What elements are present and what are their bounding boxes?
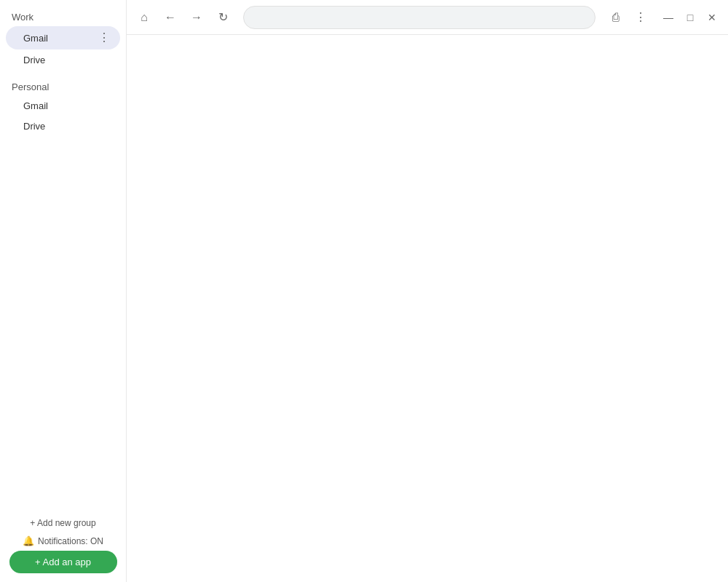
close-icon: ✕	[708, 12, 716, 23]
share-button[interactable]: ⎙	[604, 6, 628, 29]
bell-icon: 🔔	[23, 535, 34, 546]
back-icon: ←	[165, 11, 176, 24]
add-app-button[interactable]: + Add an app	[9, 551, 117, 573]
share-icon: ⎙	[612, 11, 620, 24]
sidebar-group-work: WorkGmail⋮Drive	[0, 4, 126, 70]
sidebar-item-menu-work-gmail[interactable]: ⋮	[95, 31, 113, 45]
close-button[interactable]: ✕	[702, 7, 722, 28]
more-icon: ⋮	[635, 10, 646, 24]
sidebar-item-label-work-gmail: Gmail	[23, 33, 95, 44]
sidebar-group-label-work: Work	[0, 4, 126, 25]
home-icon: ⌂	[141, 11, 148, 24]
address-bar[interactable]	[243, 6, 596, 29]
sidebar-group-personal: PersonalGmailDrive	[0, 74, 126, 136]
minimize-button[interactable]: —	[658, 7, 678, 28]
sidebar-item-label-personal-drive: Drive	[23, 121, 113, 132]
forward-icon: →	[191, 11, 202, 24]
sidebar-groups: WorkGmail⋮DrivePersonalGmailDrive	[0, 0, 126, 137]
window-controls: — □ ✕	[658, 7, 722, 28]
sidebar: WorkGmail⋮DrivePersonalGmailDrive + Add …	[0, 0, 127, 582]
more-button[interactable]: ⋮	[629, 6, 652, 29]
toolbar: ⌂ ← → ↻ ⎙ ⋮ — □ ✕	[127, 0, 728, 35]
add-new-group-button[interactable]: + Add new group	[24, 515, 101, 531]
home-button[interactable]: ⌂	[132, 6, 156, 29]
sidebar-bottom: + Add new group 🔔 Notifications: ON + Ad…	[0, 515, 126, 582]
maximize-icon: □	[687, 12, 693, 23]
sidebar-item-label-personal-gmail: Gmail	[23, 100, 113, 111]
reload-icon: ↻	[218, 10, 228, 24]
reload-button[interactable]: ↻	[211, 6, 234, 29]
toolbar-right: ⎙ ⋮	[604, 6, 652, 29]
minimize-icon: —	[663, 12, 673, 23]
sidebar-item-work-gmail[interactable]: Gmail⋮	[6, 26, 120, 49]
sidebar-item-label-work-drive: Drive	[23, 55, 113, 65]
sidebar-group-label-personal: Personal	[0, 74, 126, 95]
sidebar-item-personal-gmail[interactable]: Gmail	[6, 96, 120, 116]
maximize-button[interactable]: □	[680, 7, 700, 28]
back-button[interactable]: ←	[159, 6, 182, 29]
sidebar-item-personal-drive[interactable]: Drive	[6, 116, 120, 136]
main-content: ⌂ ← → ↻ ⎙ ⋮ — □ ✕	[127, 0, 728, 582]
forward-button[interactable]: →	[185, 6, 208, 29]
sidebar-item-work-drive[interactable]: Drive	[6, 50, 120, 70]
notifications-label: Notifications: ON	[38, 536, 103, 546]
web-content	[127, 35, 728, 582]
notifications-toggle[interactable]: 🔔 Notifications: ON	[23, 535, 103, 546]
